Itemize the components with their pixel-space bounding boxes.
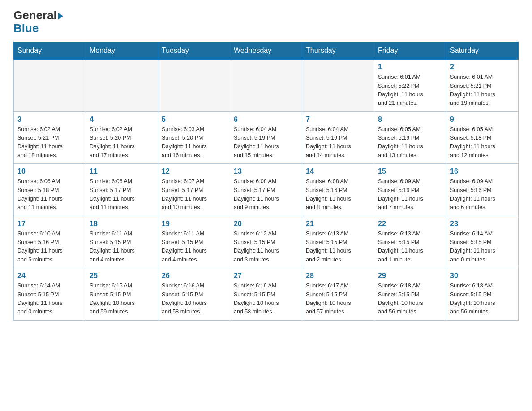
- day-number: 3: [17, 116, 82, 124]
- day-info: Sunrise: 6:01 AMSunset: 5:22 PMDaylight:…: [378, 73, 442, 108]
- day-info: Sunrise: 6:06 AMSunset: 5:18 PMDaylight:…: [17, 177, 82, 212]
- day-info: Sunrise: 6:09 AMSunset: 5:16 PMDaylight:…: [450, 177, 515, 212]
- calendar-cell: 15Sunrise: 6:09 AMSunset: 5:16 PMDayligh…: [374, 164, 446, 216]
- day-info: Sunrise: 6:18 AMSunset: 5:15 PMDaylight:…: [450, 282, 515, 317]
- day-number: 19: [162, 220, 226, 228]
- col-header-friday: Friday: [374, 42, 446, 60]
- calendar-cell: 23Sunrise: 6:14 AMSunset: 5:15 PMDayligh…: [446, 216, 519, 268]
- calendar-cell: [158, 60, 230, 112]
- day-number: 7: [306, 116, 370, 124]
- logo-blue: Blue: [13, 22, 63, 35]
- day-info: Sunrise: 6:12 AMSunset: 5:15 PMDaylight:…: [234, 230, 298, 265]
- day-info: Sunrise: 6:16 AMSunset: 5:15 PMDaylight:…: [162, 282, 226, 317]
- col-header-thursday: Thursday: [302, 42, 374, 60]
- logo-g: G: [13, 9, 22, 22]
- calendar-cell: [302, 60, 374, 112]
- calendar-cell: [230, 60, 302, 112]
- day-number: 22: [378, 220, 442, 228]
- day-number: 9: [450, 116, 515, 124]
- day-info: Sunrise: 6:06 AMSunset: 5:17 PMDaylight:…: [90, 177, 154, 212]
- day-number: 5: [162, 116, 226, 124]
- calendar-cell: 22Sunrise: 6:13 AMSunset: 5:15 PMDayligh…: [374, 216, 446, 268]
- calendar-cell: 1Sunrise: 6:01 AMSunset: 5:22 PMDaylight…: [374, 60, 446, 112]
- day-info: Sunrise: 6:08 AMSunset: 5:16 PMDaylight:…: [306, 177, 370, 212]
- day-info: Sunrise: 6:17 AMSunset: 5:15 PMDaylight:…: [306, 282, 370, 317]
- calendar-cell: 18Sunrise: 6:11 AMSunset: 5:15 PMDayligh…: [86, 216, 158, 268]
- day-info: Sunrise: 6:13 AMSunset: 5:15 PMDaylight:…: [378, 230, 442, 265]
- day-info: Sunrise: 6:02 AMSunset: 5:20 PMDaylight:…: [90, 125, 154, 160]
- calendar-cell: 24Sunrise: 6:14 AMSunset: 5:15 PMDayligh…: [14, 268, 86, 321]
- day-info: Sunrise: 6:15 AMSunset: 5:15 PMDaylight:…: [90, 282, 154, 317]
- calendar-cell: 8Sunrise: 6:05 AMSunset: 5:19 PMDaylight…: [374, 111, 446, 164]
- calendar-cell: 17Sunrise: 6:10 AMSunset: 5:16 PMDayligh…: [14, 216, 86, 268]
- week-row-1: 1Sunrise: 6:01 AMSunset: 5:22 PMDaylight…: [14, 60, 519, 112]
- day-number: 1: [378, 63, 442, 71]
- day-info: Sunrise: 6:05 AMSunset: 5:19 PMDaylight:…: [378, 125, 442, 160]
- day-info: Sunrise: 6:11 AMSunset: 5:15 PMDaylight:…: [162, 230, 226, 265]
- day-info: Sunrise: 6:04 AMSunset: 5:19 PMDaylight:…: [306, 125, 370, 160]
- day-number: 20: [234, 220, 298, 228]
- day-info: Sunrise: 6:07 AMSunset: 5:17 PMDaylight:…: [162, 177, 226, 212]
- calendar-cell: 7Sunrise: 6:04 AMSunset: 5:19 PMDaylight…: [302, 111, 374, 164]
- day-info: Sunrise: 6:11 AMSunset: 5:15 PMDaylight:…: [90, 230, 154, 265]
- day-number: 18: [90, 220, 154, 228]
- day-number: 26: [162, 272, 226, 280]
- calendar-cell: 14Sunrise: 6:08 AMSunset: 5:16 PMDayligh…: [302, 164, 374, 216]
- calendar-table: SundayMondayTuesdayWednesdayThursdayFrid…: [13, 42, 519, 321]
- day-number: 29: [378, 272, 442, 280]
- calendar-cell: 29Sunrise: 6:18 AMSunset: 5:15 PMDayligh…: [374, 268, 446, 321]
- day-info: Sunrise: 6:04 AMSunset: 5:19 PMDaylight:…: [234, 125, 298, 160]
- calendar-header-row: SundayMondayTuesdayWednesdayThursdayFrid…: [14, 42, 519, 60]
- day-info: Sunrise: 6:02 AMSunset: 5:21 PMDaylight:…: [17, 125, 82, 160]
- logo: G eneral Blue: [13, 9, 63, 34]
- col-header-sunday: Sunday: [14, 42, 86, 60]
- day-number: 23: [450, 220, 515, 228]
- calendar-cell: 21Sunrise: 6:13 AMSunset: 5:15 PMDayligh…: [302, 216, 374, 268]
- day-info: Sunrise: 6:05 AMSunset: 5:18 PMDaylight:…: [450, 125, 515, 160]
- calendar-cell: 5Sunrise: 6:03 AMSunset: 5:20 PMDaylight…: [158, 111, 230, 164]
- day-number: 10: [17, 167, 82, 176]
- page-header: G eneral Blue: [13, 9, 519, 34]
- day-number: 11: [90, 167, 154, 176]
- day-info: Sunrise: 6:03 AMSunset: 5:20 PMDaylight:…: [162, 125, 226, 160]
- col-header-monday: Monday: [86, 42, 158, 60]
- day-number: 13: [234, 167, 298, 176]
- logo-eneral: eneral: [22, 9, 57, 22]
- day-number: 2: [450, 63, 515, 71]
- calendar-cell: 30Sunrise: 6:18 AMSunset: 5:15 PMDayligh…: [446, 268, 519, 321]
- day-number: 24: [17, 272, 82, 280]
- day-number: 8: [378, 116, 442, 124]
- day-number: 27: [234, 272, 298, 280]
- day-number: 6: [234, 116, 298, 124]
- calendar-cell: 6Sunrise: 6:04 AMSunset: 5:19 PMDaylight…: [230, 111, 302, 164]
- day-number: 30: [450, 272, 515, 280]
- day-info: Sunrise: 6:18 AMSunset: 5:15 PMDaylight:…: [378, 282, 442, 317]
- col-header-tuesday: Tuesday: [158, 42, 230, 60]
- calendar-cell: [14, 60, 86, 112]
- day-number: 15: [378, 167, 442, 176]
- day-info: Sunrise: 6:16 AMSunset: 5:15 PMDaylight:…: [234, 282, 298, 317]
- day-info: Sunrise: 6:08 AMSunset: 5:17 PMDaylight:…: [234, 177, 298, 212]
- calendar-cell: 20Sunrise: 6:12 AMSunset: 5:15 PMDayligh…: [230, 216, 302, 268]
- calendar-cell: 4Sunrise: 6:02 AMSunset: 5:20 PMDaylight…: [86, 111, 158, 164]
- week-row-2: 3Sunrise: 6:02 AMSunset: 5:21 PMDaylight…: [14, 111, 519, 164]
- week-row-4: 17Sunrise: 6:10 AMSunset: 5:16 PMDayligh…: [14, 216, 519, 268]
- calendar-cell: [86, 60, 158, 112]
- day-number: 12: [162, 167, 226, 176]
- calendar-cell: 9Sunrise: 6:05 AMSunset: 5:18 PMDaylight…: [446, 111, 519, 164]
- day-number: 28: [306, 272, 370, 280]
- week-row-5: 24Sunrise: 6:14 AMSunset: 5:15 PMDayligh…: [14, 268, 519, 321]
- day-info: Sunrise: 6:13 AMSunset: 5:15 PMDaylight:…: [306, 230, 370, 265]
- calendar-cell: 27Sunrise: 6:16 AMSunset: 5:15 PMDayligh…: [230, 268, 302, 321]
- calendar-cell: 3Sunrise: 6:02 AMSunset: 5:21 PMDaylight…: [14, 111, 86, 164]
- calendar-cell: 2Sunrise: 6:01 AMSunset: 5:21 PMDaylight…: [446, 60, 519, 112]
- day-info: Sunrise: 6:09 AMSunset: 5:16 PMDaylight:…: [378, 177, 442, 212]
- calendar-cell: 10Sunrise: 6:06 AMSunset: 5:18 PMDayligh…: [14, 164, 86, 216]
- col-header-saturday: Saturday: [446, 42, 519, 60]
- calendar-cell: 28Sunrise: 6:17 AMSunset: 5:15 PMDayligh…: [302, 268, 374, 321]
- day-info: Sunrise: 6:14 AMSunset: 5:15 PMDaylight:…: [450, 230, 515, 265]
- day-number: 16: [450, 167, 515, 176]
- day-number: 17: [17, 220, 82, 228]
- week-row-3: 10Sunrise: 6:06 AMSunset: 5:18 PMDayligh…: [14, 164, 519, 216]
- calendar-cell: 16Sunrise: 6:09 AMSunset: 5:16 PMDayligh…: [446, 164, 519, 216]
